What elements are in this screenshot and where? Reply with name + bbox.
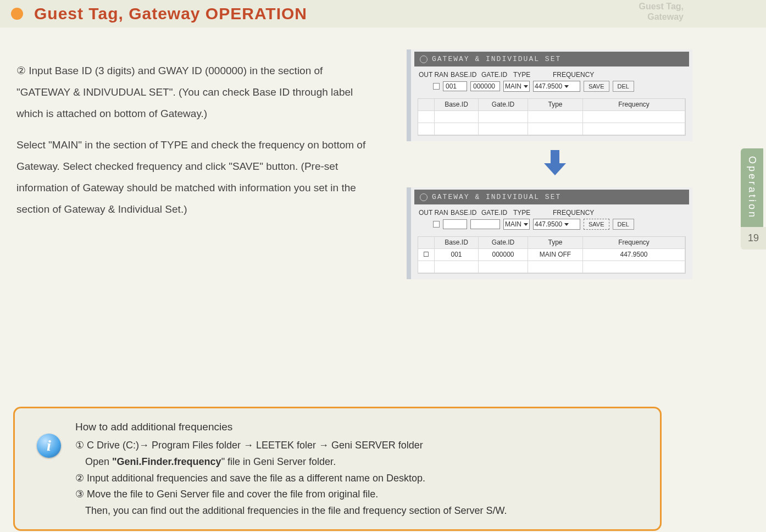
info-line-5: Then, you can find out the additional fr… — [75, 503, 647, 519]
label-frequency: FREQUENCY — [553, 209, 594, 217]
label-frequency: FREQUENCY — [553, 71, 594, 79]
dialog-titlebar: GATEWAY & INDIVIDUAL SET — [414, 190, 689, 204]
header-right-line2: Gateway — [639, 12, 684, 22]
header-right-line1: Guest Tag, — [639, 1, 684, 12]
gateid-input[interactable]: 000000 — [470, 81, 500, 91]
gateway-grid: Base.ID Gate.ID Type Frequency — [418, 98, 686, 136]
baseid-input[interactable]: 001 — [443, 81, 467, 91]
frequency-select-value: 447.9500 — [535, 82, 562, 90]
grid-cell-type: MAIN OFF — [528, 249, 583, 261]
bullet-icon — [420, 56, 428, 63]
side-tab-label: Operation — [741, 148, 763, 227]
grid-cell-base: 001 — [435, 249, 479, 261]
outran-checkbox[interactable] — [433, 221, 440, 228]
frequency-select-value: 447.9500 — [535, 220, 562, 228]
grid-head-chk — [418, 99, 435, 111]
grid-head-type: Type — [528, 99, 583, 111]
type-select-value: MAIN — [505, 220, 521, 228]
chevron-down-icon — [564, 85, 569, 88]
info-line-4: ③ Move the file to Geni Server file and … — [75, 486, 647, 503]
grid-head-base: Base.ID — [435, 237, 479, 249]
bullet-icon — [420, 193, 428, 201]
info-line-2: Open "Geni.Finder.frequency" file in Gen… — [75, 454, 647, 470]
down-arrow-icon — [544, 150, 566, 178]
type-select-value: MAIN — [505, 82, 521, 90]
grid-empty-row — [418, 261, 685, 273]
grid-empty-row — [418, 111, 685, 123]
info-title: How to add additional frequencies — [75, 418, 647, 435]
paragraph-1: ② Input Base ID (3 digits) and GWAY ID (… — [16, 60, 379, 125]
grid-head-chk — [418, 237, 435, 249]
field-labels-row: OUT RAN BASE.ID GATE.ID TYPE FREQUENCY — [414, 70, 689, 80]
gateway-grid: Base.ID Gate.ID Type Frequency ☐ 001 000… — [418, 236, 686, 274]
label-type: TYPE — [513, 71, 551, 79]
gateway-panel-before: GATEWAY & INDIVIDUAL SET OUT RAN BASE.ID… — [407, 49, 692, 141]
grid-head-freq: Frequency — [583, 237, 685, 249]
grid-cell-chk[interactable]: ☐ — [418, 249, 435, 261]
info-line-2c: " file in Geni Server folder. — [221, 456, 336, 467]
chevron-down-icon — [524, 85, 528, 88]
del-button[interactable]: DEL — [613, 219, 634, 230]
controls-row: MAIN 447.9500 SAVE DEL — [414, 218, 689, 234]
frequency-select[interactable]: 447.9500 — [533, 219, 580, 230]
frequency-select[interactable]: 447.9500 — [533, 81, 580, 92]
page-title: Guest Tag, Gateway OPERATION — [34, 4, 307, 23]
grid-empty-row — [418, 123, 685, 135]
baseid-input[interactable] — [443, 219, 467, 229]
label-baseid: BASE.ID — [451, 71, 479, 79]
info-line-2b: "Geni.Finder.frequency — [112, 456, 221, 467]
dialog-titlebar: GATEWAY & INDIVIDUAL SET — [414, 52, 689, 66]
label-outran: OUT RAN — [419, 209, 448, 217]
label-gateid: GATE.ID — [481, 209, 511, 217]
side-tab: Operation 19 — [741, 148, 766, 250]
grid-cell-gate: 000000 — [479, 249, 528, 261]
label-baseid: BASE.ID — [451, 209, 479, 217]
grid-head-gate: Gate.ID — [479, 237, 528, 249]
header-right-label: Guest Tag, Gateway — [639, 0, 684, 22]
info-line-3: ② Input additional frequencies and save … — [75, 470, 647, 487]
side-tab-page: 19 — [741, 227, 766, 250]
grid-head-freq: Frequency — [583, 99, 685, 111]
grid-cell-freq: 447.9500 — [583, 249, 685, 261]
field-labels-row: OUT RAN BASE.ID GATE.ID TYPE FREQUENCY — [414, 208, 689, 218]
panels-column: GATEWAY & INDIVIDUAL SET OUT RAN BASE.ID… — [407, 49, 703, 279]
bullet-icon — [11, 8, 23, 20]
type-select[interactable]: MAIN — [503, 81, 530, 92]
grid-head-gate: Gate.ID — [479, 99, 528, 111]
grid-row: ☐ 001 000000 MAIN OFF 447.9500 — [418, 249, 685, 261]
gateid-input[interactable] — [470, 219, 500, 229]
type-select[interactable]: MAIN — [503, 219, 530, 230]
grid-head-type: Type — [528, 237, 583, 249]
label-outran: OUT RAN — [419, 71, 448, 79]
save-button[interactable]: SAVE — [584, 219, 609, 230]
info-line-1: ① C Drive (C:)→ Program Files folder → L… — [75, 437, 647, 454]
info-line-2a: Open — [85, 456, 112, 467]
chevron-down-icon — [564, 223, 569, 226]
grid-header: Base.ID Gate.ID Type Frequency — [418, 237, 685, 249]
dialog-title: GATEWAY & INDIVIDUAL SET — [432, 55, 561, 63]
dialog-title: GATEWAY & INDIVIDUAL SET — [432, 193, 561, 201]
grid-head-base: Base.ID — [435, 99, 479, 111]
del-button[interactable]: DEL — [613, 81, 634, 92]
info-icon: i — [37, 434, 61, 458]
controls-row: 001 000000 MAIN 447.9500 SAVE DEL — [414, 80, 689, 96]
grid-header: Base.ID Gate.ID Type Frequency — [418, 99, 685, 111]
save-button[interactable]: SAVE — [584, 81, 609, 92]
body-text: ② Input Base ID (3 digits) and GWAY ID (… — [16, 60, 379, 220]
label-gateid: GATE.ID — [481, 71, 511, 79]
info-box: i How to add additional frequencies ① C … — [13, 407, 662, 531]
paragraph-2: Select "MAIN" in the section of TYPE and… — [16, 135, 379, 220]
chevron-down-icon — [524, 223, 528, 226]
outran-checkbox[interactable] — [433, 83, 440, 90]
label-type: TYPE — [513, 209, 551, 217]
header-bar: Guest Tag, Gateway OPERATION Guest Tag, … — [0, 0, 766, 27]
gateway-panel-after: GATEWAY & INDIVIDUAL SET OUT RAN BASE.ID… — [407, 187, 692, 279]
